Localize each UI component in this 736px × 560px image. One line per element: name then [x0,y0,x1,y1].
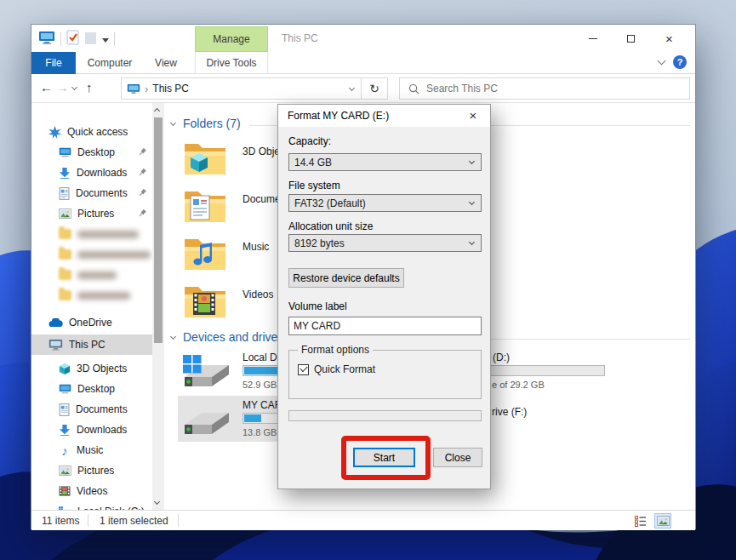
music-note-icon: ♪ [59,443,71,458]
sidebar-item-downloads-pc[interactable]: Downloads [31,420,152,440]
tab-drive-tools[interactable]: Drive Tools [195,52,268,74]
customize-qat-dropdown-icon[interactable] [102,38,109,43]
dialog-close-button-bottom[interactable]: Close [433,448,482,467]
chevron-down-icon [469,158,475,164]
sidebar-item-desktop[interactable]: Desktop [31,142,152,163]
folder-icon-blurred [59,249,71,260]
group-header-folders[interactable]: Folders (7) [171,117,241,130]
folder-icon-blurred [59,270,71,280]
sidebar-item-label: Music [77,444,103,456]
sidebar-item-label: Pictures [77,465,114,477]
minimize-button[interactable] [573,28,612,49]
sidebar-item-documents-pc[interactable]: Documents [31,399,152,420]
tab-view[interactable]: View [144,52,188,74]
pictures-icon [59,209,71,219]
details-view-button[interactable] [632,513,649,529]
sidebar-item-desktop-pc[interactable]: Desktop [31,379,152,399]
tab-file[interactable]: File [31,52,76,74]
pin-icon [139,167,147,179]
sidebar-item-blurred[interactable] [31,244,152,265]
address-bar[interactable]: › This PC [121,77,362,100]
breadcrumb-chevron-icon: › [145,83,148,95]
pin-icon [139,146,147,158]
sidebar-item-blurred[interactable] [31,265,152,285]
pin-icon [139,187,147,199]
collapse-group-chevron-icon[interactable] [170,333,176,339]
onedrive-cloud-icon [48,318,63,328]
maximize-button[interactable] [612,28,650,49]
thumbnail-view-button[interactable] [654,513,671,529]
properties-check-icon[interactable] [66,30,79,48]
expand-ribbon-chevron-icon[interactable] [658,57,666,66]
sidebar-item-3d-objects[interactable]: 3D Objects [31,358,152,379]
back-icon[interactable]: ← [40,80,53,94]
sidebar-item-music[interactable]: ♪ Music [31,440,152,460]
chevron-down-icon [469,199,475,205]
sidebar-item-onedrive[interactable]: OneDrive [31,312,152,333]
collapse-group-chevron-icon[interactable] [170,119,176,125]
status-separator [178,514,179,527]
toolbar-separator [60,32,61,46]
quick-access-star-icon [48,126,61,139]
refresh-button[interactable]: ↻ [362,77,388,100]
drive-label-d-fragment[interactable]: (D:) [493,351,510,363]
filesystem-dropdown[interactable]: FAT32 (Default) [288,194,482,212]
volume-label-input[interactable]: MY CARD [288,317,482,335]
sidebar-item-label: Downloads [77,167,127,179]
sidebar-item-blurred[interactable] [31,285,152,306]
address-dropdown-chevron-icon[interactable] [349,85,355,91]
dialog-close-button[interactable]: × [459,106,487,124]
dialog-title-bar: Format MY CARD (E:) × [278,105,490,127]
allocation-value: 8192 bytes [294,237,345,249]
close-icon: × [665,32,673,45]
folder-icon [183,233,227,275]
sidebar-item-downloads[interactable]: Downloads [31,163,152,183]
this-pc-icon [127,83,140,94]
removable-drive-icon [181,403,229,441]
allocation-label: Allocation unit size [288,220,373,232]
group-header-devices[interactable]: Devices and drives [171,330,283,344]
desktop-icon [59,384,71,394]
status-bar: 11 items 1 item selected [31,510,695,530]
sidebar-item-label: Documents [76,403,128,415]
sidebar-item-blurred[interactable] [31,224,152,244]
sidebar-item-documents[interactable]: Documents [31,183,152,203]
quick-format-label: Quick Format [314,363,375,375]
scroll-down-icon[interactable] [154,499,160,505]
search-input[interactable]: Search This PC [399,77,690,100]
sidebar-item-pictures[interactable]: Pictures [31,203,152,224]
help-icon[interactable]: ? [673,55,687,69]
up-icon[interactable]: ↑ [86,80,93,94]
sidebar-item-quick-access[interactable]: Quick access [31,122,152,142]
search-icon [408,83,419,94]
recent-locations-chevron-icon[interactable] [71,84,77,90]
quick-format-option[interactable]: Quick Format [298,363,375,375]
capacity-label: Capacity: [288,135,331,147]
capacity-dropdown[interactable]: 14.4 GB [288,153,482,171]
ribbon-contextual-group-manage[interactable]: Manage [195,26,268,52]
group-header-label: Devices and drives [183,330,283,344]
status-separator [88,514,88,527]
scrollbar-thumb[interactable] [154,117,163,343]
breadcrumb[interactable]: This PC [152,83,189,94]
format-progress-bar [288,410,482,421]
restore-defaults-button[interactable]: Restore device defaults [288,268,404,288]
close-button[interactable]: × [650,28,688,49]
sidebar-item-local-disk-c[interactable]: Local Disk (C:) [31,501,152,510]
allocation-dropdown[interactable]: 8192 bytes [288,234,482,252]
toolbar-separator [114,32,115,46]
scroll-up-icon[interactable] [154,108,160,114]
capacity-value: 14.4 GB [294,157,332,169]
sidebar-item-label: Downloads [77,424,127,436]
sidebar-item-pictures-pc[interactable]: Pictures [31,460,152,481]
sidebar-scrollbar[interactable] [152,103,164,510]
navigation-pane: Quick access Desktop Downloads Documents… [31,103,152,510]
drive-label-f-fragment[interactable]: rive (F:) [492,406,527,418]
local-disk-icon [181,355,229,393]
tab-computer[interactable]: Computer [79,52,140,74]
folder-tile-label: Music [242,241,269,253]
quick-format-checkbox[interactable] [298,364,309,375]
sidebar-item-this-pc[interactable]: This PC [31,334,152,355]
sidebar-item-videos[interactable]: Videos [31,481,152,501]
search-placeholder: Search This PC [426,83,498,94]
